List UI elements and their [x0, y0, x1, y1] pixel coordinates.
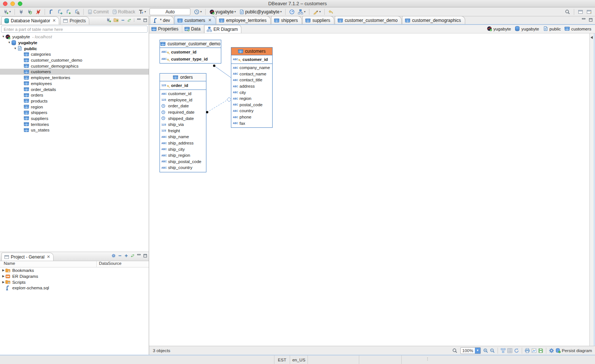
project-item-scripts[interactable]: ▶Scripts — [0, 279, 149, 285]
tree-node-table-us_states[interactable]: us_states — [0, 127, 149, 133]
er-column-customer_id[interactable]: ABCcustomer_id — [231, 56, 272, 63]
palette-toggle-icon[interactable] — [591, 36, 593, 39]
expander-icon[interactable]: ▶ — [1, 274, 5, 278]
print-diagram-icon[interactable] — [525, 348, 530, 353]
er-diagram-button[interactable]: ▾ — [297, 9, 306, 15]
maximize-editor-icon[interactable] — [589, 18, 593, 22]
column-name[interactable]: Name — [0, 261, 97, 267]
expander-icon[interactable]: ▶ — [1, 269, 5, 272]
dashboard-button[interactable] — [288, 9, 296, 15]
er-diagram-canvas[interactable]: customer_customer_demoABCcustomer_idABCc… — [149, 33, 595, 346]
er-column-customer_id[interactable]: ABCcustomer_id — [160, 91, 206, 97]
current-perspective-button[interactable] — [585, 9, 593, 15]
editor-tab-customer-demographics[interactable]: customer_demographics — [402, 16, 465, 24]
er-column-company_name[interactable]: ABCcompany_name — [231, 65, 272, 71]
er-column-required_date[interactable]: required_date — [160, 109, 206, 116]
editor-tab-suppliers[interactable]: suppliers — [302, 16, 334, 24]
breadcrumb-item-yugabyte[interactable]: yugabyte — [515, 26, 539, 31]
tree-node-database[interactable]: ▼yugabyte — [0, 40, 149, 46]
export-image-icon[interactable] — [531, 348, 537, 353]
er-column-customer_id[interactable]: ABCcustomer_id — [160, 48, 221, 55]
project-link-icon[interactable] — [131, 254, 135, 258]
er-column-ship_via[interactable]: 123ship_via — [160, 121, 206, 128]
breadcrumb-item-public[interactable]: public — [543, 26, 561, 31]
er-column-contact_title[interactable]: ABCcontact_title — [231, 77, 272, 83]
status-drag-handle[interactable]: ⁞ — [427, 357, 428, 362]
er-table-header[interactable]: customer_customer_demo — [160, 40, 221, 48]
editor-tab-customer-customer-demo[interactable]: customer_customer_demo — [335, 16, 402, 24]
er-table-customer_customer_demo[interactable]: customer_customer_demoABCcustomer_idABCc… — [160, 40, 221, 64]
zoom-level-combo[interactable]: 100% ▼ — [460, 347, 481, 354]
subtab-data[interactable]: Data — [182, 25, 204, 33]
table-filter-input[interactable] — [1, 26, 148, 33]
view-menu-icon[interactable]: ⁞ — [134, 18, 135, 22]
new-sql-script-button[interactable] — [65, 9, 72, 15]
editor-tab-customers[interactable]: customers✕ — [174, 16, 216, 24]
editor-tab-shippers[interactable]: shippers — [271, 16, 302, 24]
expander-icon[interactable]: ▶ — [1, 280, 5, 284]
er-column-shipped_date[interactable]: shipped_date — [160, 115, 206, 121]
link-editor-icon[interactable] — [127, 18, 131, 22]
breadcrumb-item-customers[interactable]: customers — [565, 26, 591, 31]
save-diagram-icon[interactable] — [538, 348, 543, 353]
er-table-customers[interactable]: customersABCcustomer_idABCcompany_nameAB… — [231, 47, 273, 128]
project-item-er-diagrams[interactable]: ▶ER Diagrams — [0, 273, 149, 279]
zoom-out-icon[interactable] — [490, 348, 495, 353]
expander-icon[interactable]: ▼ — [1, 35, 5, 38]
er-column-order_id[interactable]: 123order_id — [160, 82, 206, 89]
er-column-region[interactable]: ABCregion — [231, 95, 272, 102]
connect-button[interactable] — [17, 9, 25, 15]
nav-new-folder-icon[interactable] — [113, 17, 119, 23]
close-icon[interactable]: ✕ — [47, 254, 50, 259]
reconnect-button[interactable] — [26, 9, 33, 15]
expander-icon[interactable]: ▼ — [13, 47, 17, 50]
search-button[interactable] — [564, 9, 571, 15]
minimize-panel-icon[interactable] — [137, 18, 141, 22]
tree-node-table-products[interactable]: products — [0, 98, 149, 104]
minimize-editor-icon[interactable] — [582, 18, 586, 22]
transaction-log-button[interactable]: ▾ — [193, 9, 203, 15]
subtab-properties[interactable]: Properties — [149, 25, 182, 33]
tree-node-table-employee_territories[interactable]: employee_territories — [0, 75, 149, 81]
er-column-fax[interactable]: ABCfax — [231, 120, 272, 126]
rollback-button[interactable]: Rollback — [111, 9, 136, 15]
er-column-city[interactable]: ABCcity — [231, 89, 272, 95]
active-connection-selector[interactable]: yugabyte▾ — [208, 9, 237, 15]
zoom-in-icon[interactable] — [483, 348, 488, 353]
project-item-explorr-schema-sql[interactable]: explorr-schema.sql — [0, 285, 149, 291]
breadcrumb-item-yugabyte[interactable]: yugabyte — [487, 26, 511, 31]
project-add-icon[interactable] — [124, 254, 128, 258]
tree-node-table-territories[interactable]: territories — [0, 121, 149, 127]
er-column-ship_name[interactable]: ABCship_name — [160, 134, 206, 140]
maximize-panel-icon[interactable] — [143, 254, 147, 258]
er-table-orders[interactable]: orders123order_idABCcustomer_id123employ… — [160, 73, 206, 172]
er-column-ship_address[interactable]: ABCship_address — [160, 140, 206, 146]
open-recent-sql-button[interactable] — [56, 9, 64, 15]
open-perspective-button[interactable] — [577, 9, 584, 15]
diagram-search-icon[interactable] — [452, 348, 457, 353]
column-datasource[interactable]: DataSource — [97, 261, 149, 267]
collapse-all-icon[interactable] — [121, 18, 125, 22]
er-column-ship_city[interactable]: ABCship_city — [160, 146, 206, 152]
editor-tab--yugabyte-dev[interactable]: * dev — [150, 16, 174, 24]
tree-node-table-order_details[interactable]: order_details — [0, 86, 149, 92]
refresh-diagram-icon[interactable] — [514, 348, 519, 353]
maximize-window-button[interactable] — [18, 1, 22, 6]
expander-icon[interactable]: ▼ — [7, 41, 11, 44]
new-connection-button[interactable]: ▾ — [2, 9, 12, 15]
er-column-customer_type_id[interactable]: ABCcustomer_type_id — [160, 55, 221, 62]
close-tab-icon[interactable]: ✕ — [208, 18, 212, 23]
er-column-contact_name[interactable]: ABCcontact_name — [231, 71, 272, 77]
toggle-grid-icon[interactable] — [507, 348, 512, 353]
tree-node-table-categories[interactable]: categories — [0, 51, 149, 57]
back-button[interactable] — [327, 9, 335, 15]
er-column-employee_id[interactable]: 123employee_id — [160, 97, 206, 103]
auto-commit-combo[interactable]: Auto — [149, 8, 190, 15]
tree-node-connection[interactable]: ▼yugabyte- localhost — [0, 34, 149, 40]
transaction-mode-button[interactable]: ▾ — [137, 9, 147, 15]
zoom-dropdown-icon[interactable]: ▼ — [475, 347, 480, 354]
project-remove-icon[interactable] — [118, 254, 122, 258]
commit-button[interactable]: Commit — [86, 9, 110, 15]
nav-new-connection-icon[interactable] — [106, 17, 111, 23]
disconnect-button[interactable] — [35, 9, 42, 15]
